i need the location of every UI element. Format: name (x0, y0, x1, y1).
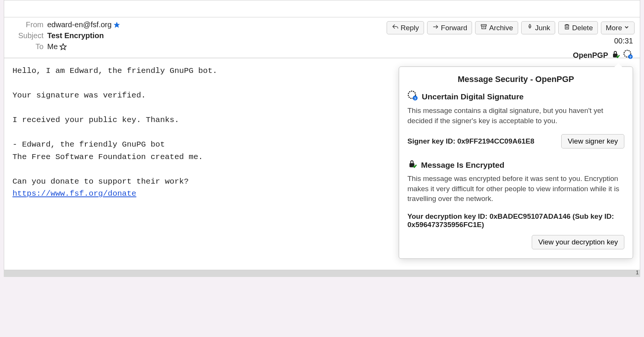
reply-label: Reply (401, 24, 419, 32)
archive-label: Archive (489, 24, 513, 32)
from-value[interactable]: edward-en@fsf.org (47, 20, 111, 29)
lock-verified-icon (611, 50, 620, 61)
junk-button[interactable]: Junk (521, 21, 555, 34)
signer-key-row: Signer key ID: 0x9FF2194CC09A61E8 View s… (407, 134, 624, 148)
body-line3: I received your public key. Thanks. (12, 116, 179, 124)
body-line4: - Edward, the friendly GnuPG bot (12, 140, 165, 149)
action-toolbar: Reply Forward Archive Junk (387, 21, 635, 34)
reply-icon (392, 23, 399, 32)
forward-icon (432, 23, 440, 32)
delete-label: Delete (572, 24, 593, 32)
encryption-heading-text: Message Is Encrypted (421, 161, 505, 170)
delete-button[interactable]: Delete (558, 21, 598, 34)
signature-heading: ? Uncertain Digital Signature (407, 90, 624, 103)
forward-label: Forward (441, 24, 468, 32)
lock-verified-icon (407, 159, 417, 171)
body-line2: Your signature was verified. (12, 91, 146, 100)
view-decryption-key-button[interactable]: View your decryption key (532, 235, 624, 249)
header-spacer (4, 0, 640, 17)
reply-button[interactable]: Reply (387, 21, 424, 34)
body-line6: Can you donate to support their work? (12, 177, 189, 186)
encryption-description: This message was encrypted before it was… (407, 174, 624, 204)
openpgp-indicator[interactable]: OpenPGP ? (573, 49, 633, 61)
status-bar (4, 270, 640, 277)
message-header: Reply Forward Archive Junk (4, 0, 640, 58)
chevron-down-icon (624, 24, 630, 32)
signature-uncertain-icon: ? (623, 49, 633, 61)
signature-heading-text: Uncertain Digital Signature (422, 92, 524, 101)
message-window: Reply Forward Archive Junk (4, 0, 640, 270)
from-label: From (9, 20, 43, 29)
trash-icon (563, 23, 571, 32)
decryption-key-id: Your decryption key ID: 0xBADEC95107ADA1… (407, 212, 624, 229)
subject-label: Subject (9, 31, 43, 40)
svg-rect-0 (481, 25, 487, 26)
more-button[interactable]: More (601, 22, 635, 34)
to-label: To (9, 42, 43, 51)
subject-value: Test Encryption (47, 31, 104, 40)
encryption-heading: Message Is Encrypted (407, 159, 624, 171)
signer-key-id: Signer key ID: 0x9FF2194CC09A61E8 (407, 137, 534, 145)
popup-title: Message Security - OpenPGP (407, 74, 624, 84)
donate-link[interactable]: https://www.fsf.org/donate (12, 189, 136, 198)
svg-text:?: ? (414, 96, 416, 100)
star-outline-icon[interactable] (59, 43, 67, 51)
to-row: To Me (9, 42, 635, 51)
star-filled-icon[interactable] (113, 21, 121, 29)
to-value[interactable]: Me (47, 42, 58, 51)
signature-description: This message contains a digital signatur… (407, 106, 624, 126)
more-label: More (606, 24, 622, 32)
body-line1: Hello, I am Edward, the friendly GnuPG b… (12, 66, 217, 75)
svg-text:?: ? (629, 55, 632, 59)
archive-icon (480, 23, 488, 32)
security-popup: Message Security - OpenPGP ? Uncertain D… (399, 66, 633, 259)
openpgp-label: OpenPGP (573, 51, 608, 60)
archive-button[interactable]: Archive (475, 21, 518, 34)
forward-button[interactable]: Forward (427, 21, 472, 34)
junk-icon (526, 23, 534, 32)
signature-uncertain-icon: ? (407, 90, 418, 103)
junk-label: Junk (535, 24, 550, 32)
message-time: 00:31 (614, 37, 633, 45)
view-signer-key-button[interactable]: View signer key (561, 134, 624, 148)
body-line5: The Free Software Foundation created me. (12, 153, 203, 161)
